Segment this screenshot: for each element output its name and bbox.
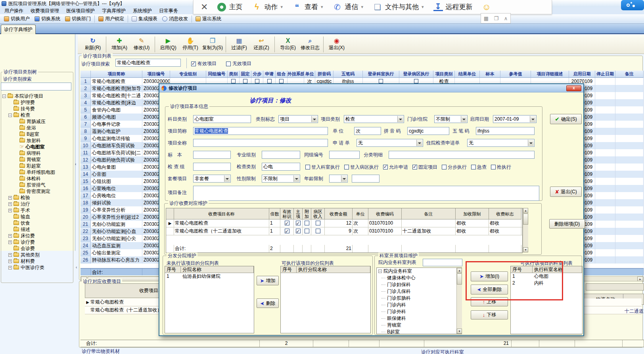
tree-item[interactable]: B超室 xyxy=(377,329,462,334)
column-header[interactable]: 收费金额 xyxy=(325,208,353,219)
menu-item[interactable]: 医保项目维护 xyxy=(63,7,98,14)
dept-tree[interactable]: −院内业务科室健康体检中心门诊妇保科门诊儿保科门诊肛肠科门诊内科门诊外科眼保健科… xyxy=(376,267,462,334)
quickbar-item[interactable]: 切换用户 xyxy=(2,15,32,23)
start-date-select[interactable]: 2007-01-09 xyxy=(493,115,537,123)
abbr-field[interactable]: 常规心电图检查 xyxy=(193,127,328,135)
branch-add-button[interactable]: ➤增加 xyxy=(257,276,279,285)
scrollbar-thumb[interactable] xyxy=(523,214,528,225)
inpatient-request-select[interactable]: 无 xyxy=(467,139,535,147)
tree-item[interactable]: 门诊妇保科 xyxy=(377,281,462,288)
tree-item[interactable]: −检查 xyxy=(1,112,75,118)
tab-dictionary-maintenance[interactable]: 诊疗字典维护 xyxy=(1,25,36,34)
tree-item[interactable]: 放射科 xyxy=(1,137,75,144)
tree-item[interactable]: 门诊儿保科 xyxy=(377,288,462,295)
fee-row[interactable]: 常规心电图检查（十二通道加收19次031070100十二通道加收都收都收 xyxy=(166,227,522,235)
column-header[interactable]: 项目详细描述 xyxy=(531,71,569,78)
tree-item[interactable]: +中医诊疗类 xyxy=(1,264,75,271)
column-header[interactable]: 备注 xyxy=(402,208,456,219)
option-checkbox[interactable]: 登入病区执行 xyxy=(344,164,379,171)
expand-icon[interactable]: + xyxy=(8,234,12,238)
dept-search-input[interactable] xyxy=(423,259,462,266)
toolbar-button[interactable]: ✋停用(T) xyxy=(179,36,201,53)
tree-item[interactable]: 饮食 xyxy=(1,220,75,226)
tree-item[interactable]: 门诊外科 xyxy=(377,308,462,315)
column-header[interactable]: 项目简称 xyxy=(91,71,142,78)
check-category-field[interactable]: 心电 xyxy=(262,163,300,171)
tree-item[interactable]: +检验 xyxy=(1,194,75,201)
invalid-项目-checkbox[interactable]: 无效项目 xyxy=(226,60,251,67)
toolbar-button[interactable]: ❐复制为(S) xyxy=(201,36,224,53)
fee-row[interactable]: ▶常规心电图检查112次031070100都收都收 xyxy=(166,219,522,227)
quickbar-item[interactable]: 消息收发 xyxy=(160,15,190,23)
option-checkbox[interactable]: 固定项目 xyxy=(412,164,437,171)
expand-icon[interactable]: + xyxy=(8,240,12,244)
tree-item[interactable]: 胃镜室 xyxy=(377,322,462,329)
tree-item[interactable]: ☞心电图室 xyxy=(1,144,75,150)
dialog-close-icon[interactable]: x xyxy=(566,85,581,91)
dept-exec-list[interactable]: 序号执行科室名称1心电图2内科 xyxy=(510,266,583,334)
toolbar-button[interactable]: ▶启用(Q) xyxy=(157,36,179,53)
delete-detail-button[interactable]: 删除细项(D) xyxy=(549,219,585,229)
maximize-icon[interactable]: ❐ xyxy=(494,15,499,21)
ribbon-item[interactable]: ✆通信▾ xyxy=(333,2,364,12)
tree-item[interactable]: −本院诊疗项目 xyxy=(1,93,75,99)
toolbar-button[interactable]: ⌕修改日志 xyxy=(299,36,321,53)
menu-item[interactable]: 用户操作 xyxy=(1,7,27,14)
valid-项目-checkbox[interactable]: 有效项目 xyxy=(191,60,217,67)
tree-item[interactable]: 门诊肛肠科 xyxy=(377,295,462,302)
column-header[interactable]: 收费标志 xyxy=(489,208,521,219)
expand-icon[interactable]: + xyxy=(8,196,12,200)
column-header[interactable]: 加收限制 xyxy=(456,208,489,219)
tree-item[interactable]: 输血 xyxy=(1,214,75,220)
column-header[interactable]: 申请 xyxy=(263,71,276,78)
column-header[interactable]: 参考值 xyxy=(500,71,531,78)
specimen-field[interactable] xyxy=(193,151,231,159)
column-header[interactable]: 有效标识 xyxy=(280,208,294,219)
collapse-icon[interactable]: − xyxy=(8,114,12,117)
column-header[interactable]: 五笔码 xyxy=(334,71,363,78)
splitter-collapse-icon[interactable]: ‹ xyxy=(75,162,76,166)
ribbon-item[interactable]: ❝查看▾ xyxy=(292,2,323,12)
branch-remove-button[interactable]: ➤删除 xyxy=(257,298,279,308)
column-header[interactable]: 标本 xyxy=(480,71,500,78)
column-header[interactable]: 登录科室执行 xyxy=(363,71,399,78)
subject-field[interactable]: 心电图室 xyxy=(193,115,251,123)
ribbon-item[interactable]: 主页 xyxy=(217,2,242,12)
option-checkbox[interactable]: 登入科室执行 xyxy=(305,164,340,171)
wubi-field[interactable]: ifnjlss xyxy=(476,127,535,135)
expand-icon[interactable]: + xyxy=(8,260,12,263)
column-header[interactable]: 类别 xyxy=(228,71,240,78)
note-textarea[interactable] xyxy=(193,186,539,201)
column-header[interactable]: 项目类别 xyxy=(433,71,455,78)
expand-icon[interactable]: + xyxy=(8,266,12,269)
tree-item[interactable]: 彩超室 xyxy=(1,163,75,169)
column-header[interactable]: 备注 xyxy=(615,71,644,78)
column-header[interactable]: 单位 xyxy=(353,208,368,219)
scroll-down-icon[interactable]: ▼ xyxy=(457,329,462,334)
dept-add-button[interactable]: ➤增加(I) xyxy=(471,271,508,281)
tree-item[interactable]: 描述 xyxy=(1,226,75,233)
splitter-collapse-icon[interactable]: ‹ xyxy=(76,265,77,269)
tree-root-item[interactable]: −院内业务科室 xyxy=(377,268,462,275)
column-header[interactable]: 停止日期 xyxy=(595,71,615,78)
quickbar-item[interactable]: 集成报表 xyxy=(129,15,160,23)
clinic-select[interactable]: 不限制 xyxy=(434,115,468,123)
sex-limit-select[interactable]: 不限制 xyxy=(262,175,300,183)
fee-row[interactable]: 合计:221 xyxy=(166,245,522,253)
column-header[interactable]: 拼音码 xyxy=(315,71,334,78)
tree-item[interactable]: 胃肠减压 xyxy=(1,118,75,125)
dept-move-down-button[interactable]: ↓下移 xyxy=(471,310,508,319)
tree-item[interactable]: +材料费 xyxy=(1,258,75,264)
app-launcher-icon[interactable] xyxy=(621,0,644,10)
tree-item[interactable]: 护理费 xyxy=(1,99,75,106)
tree-item[interactable]: +治疗 xyxy=(1,201,75,207)
scroll-up-icon[interactable]: ▲ xyxy=(523,208,528,213)
branch-exec-list[interactable]: 序号执行分院名称 xyxy=(280,266,371,333)
collapse-icon[interactable]: − xyxy=(378,269,382,273)
list-item[interactable]: 2内科 xyxy=(511,280,582,287)
column-header[interactable]: 分步 xyxy=(251,71,263,78)
flag-select[interactable]: 项目 xyxy=(278,115,318,123)
quickbar-item[interactable]: 切换系统 xyxy=(32,15,63,23)
tree-item[interactable]: 门诊内科 xyxy=(377,302,462,308)
ribbon-item[interactable]: ❏文件与其他▾ xyxy=(373,2,424,12)
